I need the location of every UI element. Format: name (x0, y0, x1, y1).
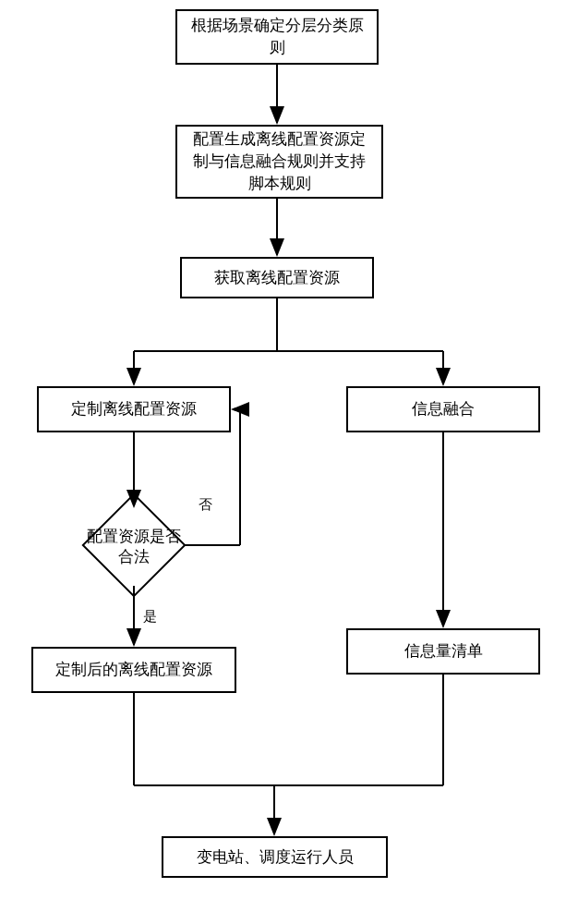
node-config-rules: 配置生成离线配置资源定制与信息融合规则并支持脚本规则 (175, 125, 383, 199)
node-personnel: 变电站、调度运行人员 (162, 836, 388, 878)
edge-label-yes: 是 (143, 608, 157, 626)
node-label: 配置生成离线配置资源定制与信息融合规则并支持脚本规则 (193, 128, 366, 194)
node-customized-resource: 定制后的离线配置资源 (31, 647, 236, 693)
node-customize-resource: 定制离线配置资源 (37, 386, 231, 432)
node-label: 变电站、调度运行人员 (197, 846, 354, 869)
node-info-list: 信息量清单 (346, 628, 540, 675)
node-classification-principle: 根据场景确定分层分类原则 (175, 9, 379, 65)
node-get-offline-resource: 获取离线配置资源 (180, 257, 374, 298)
node-label: 定制离线配置资源 (71, 398, 197, 420)
node-label: 根据场景确定分层分类原则 (191, 15, 364, 59)
node-label: 信息融合 (412, 398, 475, 420)
node-label: 获取离线配置资源 (214, 267, 340, 289)
node-label: 定制后的离线配置资源 (55, 659, 212, 681)
node-label: 信息量清单 (404, 640, 483, 663)
node-info-fusion: 信息融合 (346, 386, 540, 432)
edge-label-no: 否 (199, 496, 212, 514)
node-resource-valid-decision (81, 492, 186, 597)
